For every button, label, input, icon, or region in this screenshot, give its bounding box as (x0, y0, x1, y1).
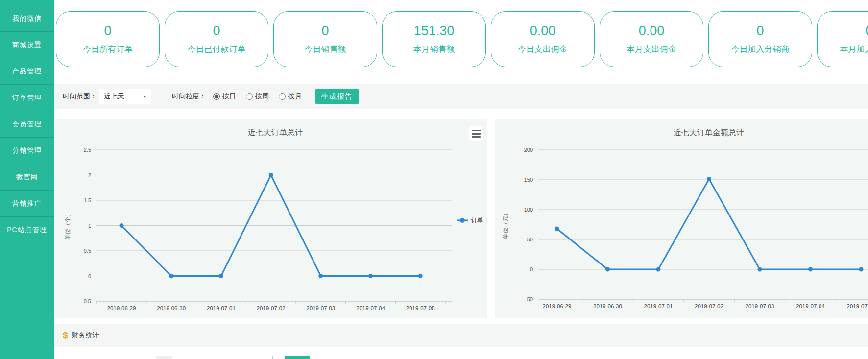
data-point[interactable] (120, 223, 124, 228)
data-point[interactable] (758, 267, 762, 272)
x-tick-label: 2019-07-05 (406, 305, 435, 311)
order-amount-chart-panel: 近七天订单金额总计单位（元）200150100500-502019-06-292… (495, 119, 868, 318)
granularity-group: 时间粒度： 按日按周按月 (172, 92, 302, 101)
data-point[interactable] (318, 274, 323, 278)
line-series (557, 179, 861, 269)
time-range-select[interactable]: 近七天 ▼ (99, 89, 151, 104)
sidebar-menu: 我的微信商城设置产品管理订单管理会员管理分销管理微官网营销推广PC站点管理 (0, 5, 54, 243)
data-point[interactable] (808, 267, 813, 272)
granularity-radio-1[interactable] (246, 93, 253, 100)
x-tick-label: 2019-07-01 (207, 305, 236, 311)
stat-card-value: 0 (865, 24, 868, 39)
sidebar-item-8[interactable]: PC站点管理 (0, 217, 54, 243)
granularity-radio-2[interactable] (279, 93, 286, 100)
finance-section-title: 财务统计 (72, 331, 99, 340)
granularity-option-label: 按周 (255, 92, 269, 101)
granularity-option-label: 按日 (222, 92, 236, 101)
sidebar-item-6[interactable]: 微官网 (0, 164, 54, 191)
stat-card-4: 0.00今日支出佣金 (491, 11, 595, 67)
time-range-label: 时间范围： (63, 92, 97, 101)
y-tick-label: 100 (524, 207, 533, 213)
sidebar: 我的微信商城设置产品管理订单管理会员管理分销管理微官网营销推广PC站点管理 (0, 0, 54, 359)
stat-card-label: 今日支出佣金 (518, 44, 568, 55)
stat-card-1: 0今日已付款订单 (165, 11, 268, 67)
legend-marker-dot (460, 218, 465, 223)
stat-card-label: 今日销售额 (305, 44, 346, 55)
finance-search-button[interactable] (285, 356, 310, 359)
dollar-icon: $ (63, 330, 68, 341)
orders-chart: 近七天订单总计单位（个）2.521.510.50-0.52019-06-2920… (55, 119, 487, 318)
data-point[interactable] (368, 274, 373, 278)
x-tick-label: 2019-07-04 (796, 303, 825, 309)
stat-card-value: 0.00 (530, 24, 556, 39)
y-tick-label: -50 (525, 296, 533, 302)
stat-card-label: 本月销售额 (413, 44, 455, 55)
filter-bar: 时间范围： 近七天 ▼ 时间粒度： 按日按周按月 生成报告 (54, 84, 868, 109)
stat-card-5: 0.00本月支出佣金 (600, 11, 703, 67)
caret-down-icon: ▼ (143, 95, 147, 99)
granularity-option-label: 按月 (288, 92, 302, 101)
data-point[interactable] (605, 267, 610, 272)
granularity-radio-0[interactable] (213, 93, 220, 100)
y-tick-label: 0 (530, 266, 533, 272)
granularity-option-1[interactable]: 按周 (246, 92, 269, 101)
data-point[interactable] (707, 177, 711, 181)
x-tick-label: 2019-06-29 (543, 303, 572, 309)
legend-label[interactable]: 订单 (471, 217, 483, 224)
stat-cards-row: 0今日所有订单0今日已付款订单0今日销售额151.30本月销售额0.00今日支出… (56, 11, 868, 67)
chart-title: 近七天订单总计 (248, 128, 303, 137)
sidebar-item-0[interactable]: 我的微信 (0, 5, 54, 32)
sidebar-item-3[interactable]: 订单管理 (0, 85, 54, 111)
data-point[interactable] (169, 274, 173, 278)
data-point[interactable] (555, 227, 559, 231)
x-tick-label: 2019-07-01 (644, 303, 673, 309)
x-tick-label: 2019-07-03 (306, 305, 335, 311)
y-tick-label: 0 (88, 273, 91, 279)
chart-menu-icon[interactable] (469, 126, 483, 141)
y-tick-label: 2 (88, 172, 91, 178)
finance-date-input[interactable] (172, 356, 273, 359)
x-tick-label: 2019-06-30 (593, 303, 622, 309)
granularity-option-2[interactable]: 按月 (279, 92, 302, 101)
granularity-radios: 按日按周按月 (213, 92, 302, 101)
sidebar-item-1[interactable]: 商城设置 (0, 32, 54, 58)
stat-card-label: 今日已付款订单 (188, 44, 246, 55)
x-tick-label: 2019-07-02 (257, 305, 286, 311)
sidebar-item-7[interactable]: 营销推广 (0, 191, 54, 217)
y-tick-label: 150 (524, 177, 533, 183)
data-point[interactable] (219, 274, 223, 278)
sidebar-item-2[interactable]: 产品管理 (0, 58, 54, 85)
data-point[interactable] (269, 173, 273, 177)
x-tick-label: 2019-07-03 (746, 303, 774, 309)
y-tick-label: 1 (88, 223, 91, 229)
generate-report-button[interactable]: 生成报告 (315, 89, 359, 104)
granularity-label: 时间粒度： (172, 92, 206, 101)
finance-controls-row (156, 356, 310, 359)
y-tick-label: 200 (524, 147, 533, 153)
data-point[interactable] (859, 267, 864, 272)
data-point[interactable] (418, 274, 423, 278)
sidebar-item-5[interactable]: 分销管理 (0, 138, 54, 164)
stat-card-label: 本月支出佣金 (627, 44, 676, 55)
date-input-addon (156, 356, 172, 359)
stat-card-label: 本月加入分销商 (840, 44, 868, 55)
x-tick-label: 2019-06-29 (107, 305, 136, 311)
stat-card-0: 0今日所有订单 (56, 11, 160, 67)
y-tick-label: -0.5 (82, 298, 91, 304)
stat-card-7: 0本月加入分销商 (817, 11, 868, 67)
stat-card-6: 0今日加入分销商 (708, 11, 812, 67)
order-amount-chart: 近七天订单金额总计单位（元）200150100500-502019-06-292… (495, 119, 868, 318)
sidebar-top-stub (0, 0, 54, 5)
x-tick-label: 2019-07-02 (695, 303, 723, 309)
y-axis-name: 单位（个） (64, 211, 71, 240)
granularity-option-0[interactable]: 按日 (213, 92, 236, 101)
time-range-selected-value: 近七天 (104, 92, 124, 101)
stat-card-label: 今日所有订单 (83, 44, 133, 55)
y-tick-label: 2.5 (84, 147, 91, 153)
sidebar-item-4[interactable]: 会员管理 (0, 111, 54, 138)
data-point[interactable] (656, 267, 661, 272)
finance-section-header: $ 财务统计 (54, 324, 868, 347)
stat-card-2: 0今日销售额 (273, 11, 377, 67)
dashboard-page: { "colors":{"accent":"#26b99a","chart_li… (0, 0, 868, 359)
stat-card-value: 0 (321, 24, 329, 39)
